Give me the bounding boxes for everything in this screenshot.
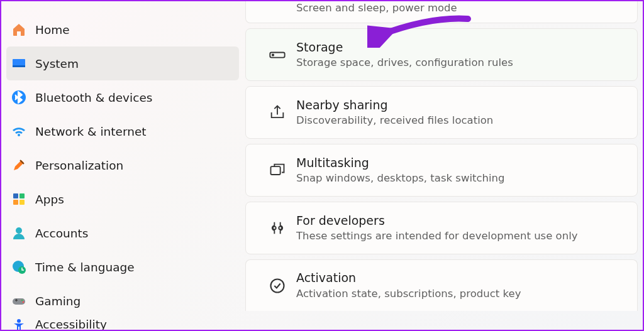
- svg-point-15: [272, 55, 274, 56]
- sidebar-item-system[interactable]: System: [6, 46, 239, 80]
- sidebar-item-label: Home: [35, 23, 70, 36]
- paintbrush-icon: [11, 158, 35, 173]
- settings-card-nearby-sharing[interactable]: Nearby sharing Discoverability, received…: [245, 86, 638, 139]
- card-title: Nearby sharing: [296, 97, 625, 113]
- sidebar-item-home[interactable]: Home: [6, 13, 239, 46]
- svg-rect-5: [13, 200, 18, 205]
- sidebar-item-label: Gaming: [35, 295, 80, 308]
- sidebar-item-label: Network & internet: [35, 125, 147, 138]
- sidebar-item-label: Apps: [35, 193, 64, 206]
- card-title: Activation: [296, 270, 625, 286]
- sidebar-item-time-language[interactable]: Time & language: [6, 250, 239, 284]
- developer-icon: [258, 219, 296, 237]
- storage-icon: [258, 46, 296, 63]
- sidebar-item-label: Accounts: [35, 227, 88, 240]
- svg-point-7: [16, 227, 22, 234]
- card-desc: Storage space, drives, configuration rul…: [296, 56, 625, 70]
- settings-card-activation[interactable]: Activation Activation state, subscriptio…: [245, 259, 638, 311]
- sidebar-item-personalization[interactable]: Personalization: [6, 148, 239, 182]
- gamepad-icon: [11, 293, 35, 308]
- settings-sidebar: Home System Bluetooth & devices Network …: [1, 1, 245, 330]
- sidebar-item-bluetooth[interactable]: Bluetooth & devices: [6, 80, 239, 114]
- sidebar-item-gaming[interactable]: Gaming: [6, 284, 239, 318]
- sidebar-item-label: Bluetooth & devices: [35, 91, 152, 104]
- settings-card-power[interactable]: Screen and sleep, power mode: [245, 0, 638, 23]
- settings-card-storage[interactable]: Storage Storage space, drives, configura…: [245, 28, 638, 81]
- sidebar-item-label: Personalization: [35, 159, 123, 172]
- card-desc: Discoverability, received files location: [296, 114, 625, 128]
- settings-card-multitasking[interactable]: Multitasking Snap windows, desktops, tas…: [245, 144, 638, 197]
- share-icon: [258, 104, 296, 121]
- sidebar-item-accounts[interactable]: Accounts: [6, 216, 239, 250]
- card-title: For developers: [296, 213, 625, 229]
- svg-point-12: [23, 301, 25, 303]
- sidebar-item-network[interactable]: Network & internet: [6, 114, 239, 148]
- card-title: Multitasking: [296, 155, 625, 171]
- wifi-icon: [11, 124, 35, 139]
- svg-rect-16: [271, 166, 280, 175]
- svg-rect-6: [19, 200, 25, 205]
- card-desc: Snap windows, desktops, task switching: [296, 171, 625, 185]
- svg-point-18: [279, 227, 282, 230]
- bluetooth-icon: [11, 90, 35, 105]
- svg-point-17: [273, 227, 276, 230]
- settings-content: Screen and sleep, power mode Storage Sto…: [245, 1, 643, 330]
- card-desc: These settings are intended for developm…: [296, 229, 625, 243]
- svg-rect-1: [13, 65, 25, 67]
- accessibility-icon: [11, 318, 35, 331]
- svg-point-13: [17, 319, 21, 323]
- system-icon: [11, 56, 35, 71]
- home-icon: [11, 22, 35, 37]
- svg-rect-4: [19, 193, 25, 198]
- sidebar-item-accessibility[interactable]: Accessibility: [6, 318, 239, 331]
- svg-point-11: [21, 300, 23, 301]
- sidebar-item-apps[interactable]: Apps: [6, 182, 239, 216]
- multitasking-icon: [258, 161, 296, 179]
- card-desc: Screen and sleep, power mode: [296, 1, 625, 15]
- svg-point-19: [271, 279, 284, 292]
- settings-card-developers[interactable]: For developers These settings are intend…: [245, 202, 638, 254]
- sidebar-item-label: System: [35, 57, 79, 70]
- clock-globe-icon: [11, 259, 35, 274]
- card-title: Storage: [296, 40, 625, 55]
- person-icon: [11, 225, 35, 241]
- apps-icon: [11, 192, 35, 207]
- sidebar-item-label: Time & language: [35, 261, 135, 274]
- svg-rect-3: [13, 193, 18, 198]
- sidebar-item-label: Accessibility: [35, 318, 107, 331]
- checkmark-circle-icon: [258, 277, 296, 295]
- card-desc: Activation state, subscriptions, product…: [296, 287, 625, 301]
